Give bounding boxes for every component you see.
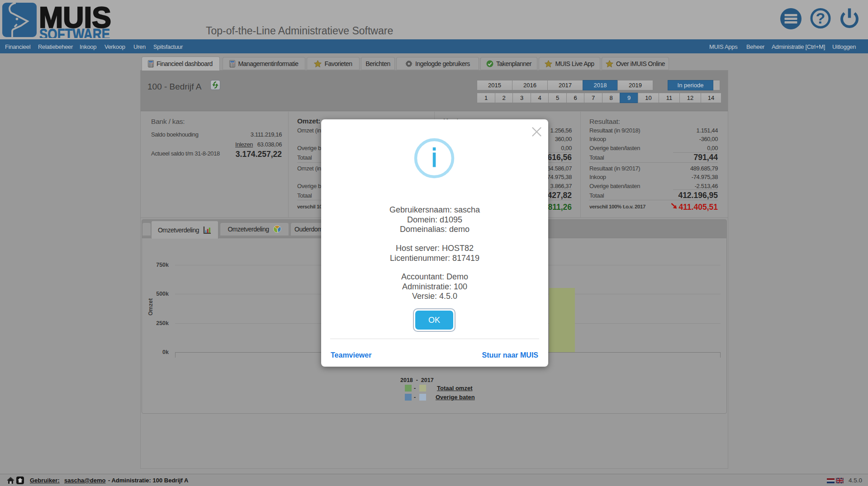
svg-text:?: ? bbox=[816, 9, 825, 27]
svg-text:SOFTWARE: SOFTWARE bbox=[39, 26, 110, 38]
